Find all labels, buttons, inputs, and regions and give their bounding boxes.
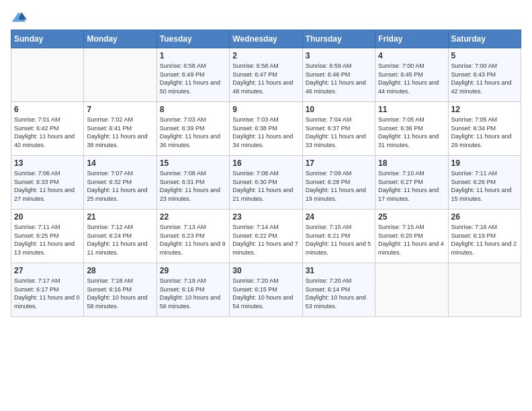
calendar-cell: 29Sunrise: 7:19 AM Sunset: 6:16 PM Dayli… (157, 263, 229, 317)
calendar-cell: 25Sunrise: 7:15 AM Sunset: 6:20 PM Dayli… (375, 210, 448, 263)
day-info: Sunrise: 6:58 AM Sunset: 6:49 PM Dayligh… (160, 62, 226, 95)
day-number: 22 (160, 212, 226, 222)
day-number: 7 (87, 105, 153, 114)
day-info: Sunrise: 7:08 AM Sunset: 6:30 PM Dayligh… (232, 169, 299, 203)
day-number: 30 (232, 266, 299, 275)
calendar-cell: 12Sunrise: 7:05 AM Sunset: 6:34 PM Dayli… (448, 102, 521, 156)
day-number: 20 (14, 212, 81, 222)
calendar-cell: 20Sunrise: 7:11 AM Sunset: 6:25 PM Dayli… (11, 210, 84, 263)
day-info: Sunrise: 7:19 AM Sunset: 6:16 PM Dayligh… (160, 277, 226, 310)
day-number: 4 (378, 51, 445, 60)
calendar-cell: 7Sunrise: 7:02 AM Sunset: 6:41 PM Daylig… (84, 102, 157, 156)
day-info: Sunrise: 7:09 AM Sunset: 6:28 PM Dayligh… (306, 169, 372, 203)
day-info: Sunrise: 7:10 AM Sunset: 6:27 PM Dayligh… (378, 169, 445, 203)
day-number: 18 (378, 158, 445, 168)
day-number: 5 (451, 51, 518, 60)
day-number: 31 (306, 266, 372, 275)
day-info: Sunrise: 7:17 AM Sunset: 6:17 PM Dayligh… (14, 277, 81, 310)
day-number: 26 (451, 212, 518, 222)
day-info: Sunrise: 7:18 AM Sunset: 6:16 PM Dayligh… (87, 277, 153, 310)
calendar-header-row: SundayMondayTuesdayWednesdayThursdayFrid… (11, 30, 521, 48)
calendar-week-5: 27Sunrise: 7:17 AM Sunset: 6:17 PM Dayli… (11, 263, 521, 317)
day-info: Sunrise: 7:05 AM Sunset: 6:36 PM Dayligh… (378, 116, 445, 149)
calendar-cell: 2Sunrise: 6:58 AM Sunset: 6:47 PM Daylig… (230, 48, 302, 102)
day-info: Sunrise: 7:02 AM Sunset: 6:41 PM Dayligh… (87, 116, 153, 149)
day-info: Sunrise: 7:11 AM Sunset: 6:26 PM Dayligh… (451, 169, 518, 203)
calendar-cell: 17Sunrise: 7:09 AM Sunset: 6:28 PM Dayli… (302, 156, 375, 210)
day-number: 28 (87, 266, 153, 275)
calendar-cell: 30Sunrise: 7:20 AM Sunset: 6:15 PM Dayli… (230, 263, 302, 317)
calendar-cell: 23Sunrise: 7:14 AM Sunset: 6:22 PM Dayli… (230, 210, 302, 263)
calendar-weekday-sunday: Sunday (11, 30, 84, 48)
day-info: Sunrise: 7:07 AM Sunset: 6:32 PM Dayligh… (87, 169, 153, 203)
calendar-weekday-wednesday: Wednesday (230, 30, 302, 48)
day-number: 1 (160, 51, 226, 60)
day-info: Sunrise: 6:58 AM Sunset: 6:47 PM Dayligh… (232, 62, 299, 95)
day-info: Sunrise: 7:08 AM Sunset: 6:31 PM Dayligh… (160, 169, 226, 203)
day-number: 25 (378, 212, 445, 222)
day-number: 3 (306, 51, 372, 60)
calendar-cell: 13Sunrise: 7:06 AM Sunset: 6:33 PM Dayli… (11, 156, 84, 210)
day-info: Sunrise: 7:15 AM Sunset: 6:21 PM Dayligh… (306, 223, 372, 257)
calendar-cell: 6Sunrise: 7:01 AM Sunset: 6:42 PM Daylig… (11, 102, 84, 156)
calendar-weekday-thursday: Thursday (302, 30, 375, 48)
calendar-week-1: 1Sunrise: 6:58 AM Sunset: 6:49 PM Daylig… (11, 48, 521, 102)
day-info: Sunrise: 7:00 AM Sunset: 6:45 PM Dayligh… (378, 62, 445, 95)
day-info: Sunrise: 7:20 AM Sunset: 6:14 PM Dayligh… (306, 277, 372, 310)
calendar-cell: 5Sunrise: 7:00 AM Sunset: 6:43 PM Daylig… (448, 48, 521, 102)
day-info: Sunrise: 7:05 AM Sunset: 6:34 PM Dayligh… (451, 116, 518, 149)
day-number: 6 (14, 105, 81, 114)
day-number: 19 (451, 158, 518, 168)
calendar-cell: 21Sunrise: 7:12 AM Sunset: 6:24 PM Dayli… (84, 210, 157, 263)
day-number: 24 (306, 212, 372, 222)
page-header (11, 11, 521, 24)
calendar-cell (84, 48, 157, 102)
day-number: 11 (378, 105, 445, 114)
calendar-cell: 15Sunrise: 7:08 AM Sunset: 6:31 PM Dayli… (157, 156, 229, 210)
calendar-cell: 4Sunrise: 7:00 AM Sunset: 6:45 PM Daylig… (375, 48, 448, 102)
day-number: 15 (160, 158, 226, 168)
calendar-table: SundayMondayTuesdayWednesdayThursdayFrid… (11, 30, 521, 317)
day-number: 29 (160, 266, 226, 275)
day-info: Sunrise: 7:03 AM Sunset: 6:38 PM Dayligh… (232, 116, 299, 149)
calendar-weekday-friday: Friday (375, 30, 448, 48)
calendar-cell (11, 48, 84, 102)
calendar-cell: 16Sunrise: 7:08 AM Sunset: 6:30 PM Dayli… (230, 156, 302, 210)
day-info: Sunrise: 7:01 AM Sunset: 6:42 PM Dayligh… (14, 116, 81, 149)
day-info: Sunrise: 6:59 AM Sunset: 6:46 PM Dayligh… (306, 62, 372, 95)
day-info: Sunrise: 7:00 AM Sunset: 6:43 PM Dayligh… (451, 62, 518, 95)
day-number: 23 (232, 212, 299, 222)
calendar-cell: 19Sunrise: 7:11 AM Sunset: 6:26 PM Dayli… (448, 156, 521, 210)
calendar-week-4: 20Sunrise: 7:11 AM Sunset: 6:25 PM Dayli… (11, 210, 521, 263)
day-number: 2 (232, 51, 299, 60)
day-number: 12 (451, 105, 518, 114)
calendar-cell: 14Sunrise: 7:07 AM Sunset: 6:32 PM Dayli… (84, 156, 157, 210)
calendar-weekday-tuesday: Tuesday (157, 30, 229, 48)
day-number: 21 (87, 212, 153, 222)
calendar-cell (375, 263, 448, 317)
calendar-cell: 3Sunrise: 6:59 AM Sunset: 6:46 PM Daylig… (302, 48, 375, 102)
day-info: Sunrise: 7:13 AM Sunset: 6:23 PM Dayligh… (160, 223, 226, 257)
calendar-cell: 28Sunrise: 7:18 AM Sunset: 6:16 PM Dayli… (84, 263, 157, 317)
day-info: Sunrise: 7:14 AM Sunset: 6:22 PM Dayligh… (232, 223, 299, 257)
day-number: 17 (306, 158, 372, 168)
calendar-week-3: 13Sunrise: 7:06 AM Sunset: 6:33 PM Dayli… (11, 156, 521, 210)
calendar-cell (448, 263, 521, 317)
day-info: Sunrise: 7:04 AM Sunset: 6:37 PM Dayligh… (306, 116, 372, 149)
calendar-cell: 10Sunrise: 7:04 AM Sunset: 6:37 PM Dayli… (302, 102, 375, 156)
calendar-weekday-saturday: Saturday (448, 30, 521, 48)
calendar-weekday-monday: Monday (84, 30, 157, 48)
day-info: Sunrise: 7:20 AM Sunset: 6:15 PM Dayligh… (232, 277, 299, 310)
calendar-cell: 9Sunrise: 7:03 AM Sunset: 6:38 PM Daylig… (230, 102, 302, 156)
calendar-cell: 18Sunrise: 7:10 AM Sunset: 6:27 PM Dayli… (375, 156, 448, 210)
logo (11, 11, 30, 24)
calendar-cell: 31Sunrise: 7:20 AM Sunset: 6:14 PM Dayli… (302, 263, 375, 317)
day-info: Sunrise: 7:06 AM Sunset: 6:33 PM Dayligh… (14, 169, 81, 203)
calendar-cell: 1Sunrise: 6:58 AM Sunset: 6:49 PM Daylig… (157, 48, 229, 102)
calendar-cell: 11Sunrise: 7:05 AM Sunset: 6:36 PM Dayli… (375, 102, 448, 156)
calendar-cell: 27Sunrise: 7:17 AM Sunset: 6:17 PM Dayli… (11, 263, 84, 317)
day-info: Sunrise: 7:11 AM Sunset: 6:25 PM Dayligh… (14, 223, 81, 257)
logo-icon (11, 11, 27, 24)
day-number: 14 (87, 158, 153, 168)
day-number: 8 (160, 105, 226, 114)
